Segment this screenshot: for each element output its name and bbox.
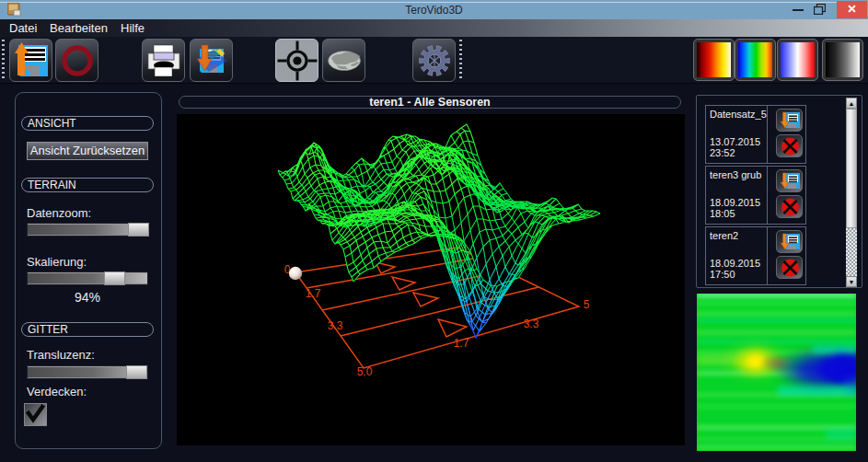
- svg-text:1.7: 1.7: [306, 287, 321, 300]
- svg-text:3.3: 3.3: [328, 319, 343, 332]
- svg-text:1.7: 1.7: [454, 337, 469, 350]
- svg-text:5.0: 5.0: [357, 365, 373, 378]
- svg-text:5: 5: [584, 298, 590, 311]
- svg-text:3.3: 3.3: [524, 318, 539, 330]
